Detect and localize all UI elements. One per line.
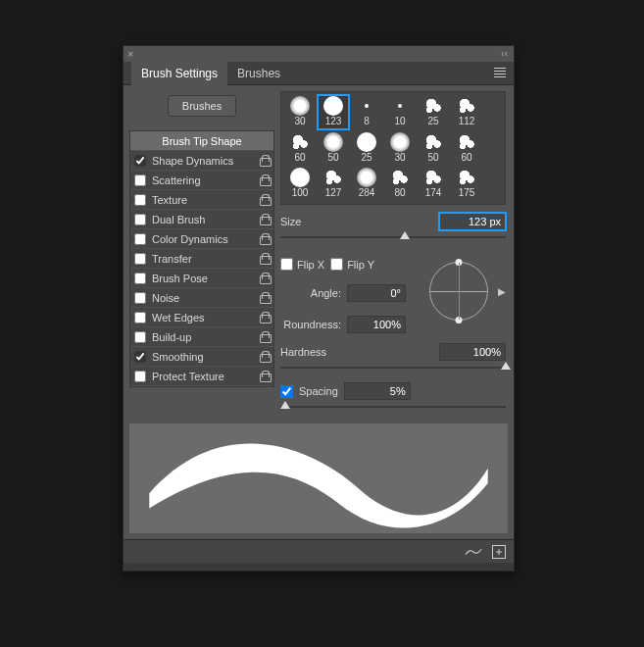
brush-swatch-icon [290,132,310,152]
option-texture[interactable]: Texture [130,190,273,210]
flip-y-checkbox[interactable]: Flip Y [330,258,374,271]
size-input[interactable] [439,213,506,230]
brush-thumb[interactable]: 284 [350,166,383,202]
option-smoothing[interactable]: Smoothing [130,347,273,367]
brush-tip-shape-header[interactable]: Brush Tip Shape [130,131,273,151]
option-shape-dynamics[interactable]: Shape Dynamics [130,151,273,171]
lock-icon[interactable] [260,273,270,284]
option-checkbox[interactable] [134,214,146,225]
brush-thumb[interactable]: 8 [350,94,383,130]
hardness-label: Hardness [280,346,433,358]
brush-size-label: 50 [327,152,338,163]
brush-size-label: 80 [394,187,405,198]
size-slider-thumb[interactable] [400,231,410,239]
option-checkbox[interactable] [134,331,146,343]
brushes-button[interactable]: Brushes [168,95,236,117]
spacing-slider-thumb[interactable] [280,401,290,409]
option-noise[interactable]: Noise [130,288,273,308]
brush-thumb[interactable]: 25 [417,94,450,130]
new-preset-icon[interactable] [492,545,506,559]
option-label: Shape Dynamics [152,155,254,167]
lock-icon[interactable] [260,331,270,343]
brush-thumb[interactable]: 50 [417,130,450,167]
hardness-input[interactable] [439,343,506,361]
brush-swatch-icon [323,168,343,187]
lock-icon[interactable] [260,214,270,225]
brush-size-label: 100 [292,187,309,198]
angle-dial[interactable] [429,262,488,321]
tab-brushes[interactable]: Brushes [227,62,290,85]
option-label: Wet Edges [152,312,254,324]
brush-thumbnail-grid[interactable]: 3012381025112605025305060100127284801741… [280,91,506,205]
option-build-up[interactable]: Build-up [130,327,273,347]
option-color-dynamics[interactable]: Color Dynamics [130,229,273,249]
brush-thumb[interactable]: 10 [383,94,417,130]
collapse-icon[interactable]: ‹‹ [501,48,508,59]
brush-size-label: 175 [459,187,475,198]
lock-icon[interactable] [260,292,270,304]
brush-thumb[interactable]: 30 [283,94,317,130]
hardness-slider[interactable] [280,363,506,373]
brush-options-list: Brush Tip Shape Shape DynamicsScattering… [129,130,274,387]
option-checkbox[interactable] [134,371,146,382]
brush-swatch-icon [323,132,343,152]
brush-size-label: 60 [294,152,305,163]
flip-x-checkbox[interactable]: Flip X [280,258,324,271]
option-checkbox[interactable] [134,194,146,206]
option-label: Brush Pose [152,273,254,284]
brush-thumb[interactable]: 60 [450,130,483,167]
brush-thumb[interactable]: 80 [383,166,417,202]
brush-thumb[interactable]: 112 [450,94,483,130]
hardness-slider-thumb[interactable] [501,362,511,370]
option-brush-pose[interactable]: Brush Pose [130,269,273,288]
option-checkbox[interactable] [134,273,146,284]
brush-thumb[interactable]: 60 [283,130,317,167]
option-checkbox[interactable] [134,292,146,304]
option-transfer[interactable]: Transfer [130,249,273,269]
lock-icon[interactable] [260,312,270,324]
lock-icon[interactable] [260,253,270,265]
brush-size-label: 25 [361,152,372,163]
brush-thumb[interactable]: 175 [450,166,483,202]
brush-thumb[interactable]: 30 [383,130,417,167]
lock-icon[interactable] [260,351,270,363]
brush-thumb[interactable]: 123 [317,94,350,130]
spacing-checkbox[interactable] [280,385,293,398]
brush-size-label: 127 [325,187,342,198]
panel-menu-icon[interactable] [494,68,506,77]
spacing-slider[interactable] [280,402,506,412]
lock-icon[interactable] [260,371,270,382]
brush-thumb[interactable]: 127 [317,166,350,202]
lock-icon[interactable] [260,155,270,167]
roundness-input[interactable] [347,316,406,333]
option-dual-brush[interactable]: Dual Brush [130,210,273,229]
lock-icon[interactable] [260,194,270,206]
option-protect-texture[interactable]: Protect Texture [130,367,273,386]
brush-thumb[interactable]: 174 [417,166,450,202]
size-slider[interactable] [280,232,506,242]
option-checkbox[interactable] [134,155,146,167]
tab-brush-settings[interactable]: Brush Settings [131,62,227,85]
option-label: Protect Texture [152,371,254,382]
option-scattering[interactable]: Scattering [130,171,273,190]
spacing-input[interactable] [344,382,411,400]
option-checkbox[interactable] [134,233,146,245]
lock-icon[interactable] [260,174,270,186]
option-checkbox[interactable] [134,253,146,265]
option-checkbox[interactable] [134,174,146,186]
option-checkbox[interactable] [134,312,146,324]
brush-thumb[interactable]: 50 [317,130,350,167]
brush-thumb[interactable]: 100 [283,166,317,202]
toggle-preview-icon[interactable] [465,547,482,557]
brush-swatch-icon [457,132,476,152]
stroke-preview [129,423,508,533]
option-wet-edges[interactable]: Wet Edges [130,308,273,327]
close-icon[interactable]: × [127,48,133,60]
brush-thumb[interactable]: 25 [350,130,383,167]
option-checkbox[interactable] [134,351,146,363]
lock-icon[interactable] [260,233,270,245]
panel-titlebar[interactable]: × ‹‹ [124,46,514,62]
angle-input[interactable] [347,284,406,302]
option-label: Texture [152,194,254,206]
brush-swatch-icon [423,96,443,116]
